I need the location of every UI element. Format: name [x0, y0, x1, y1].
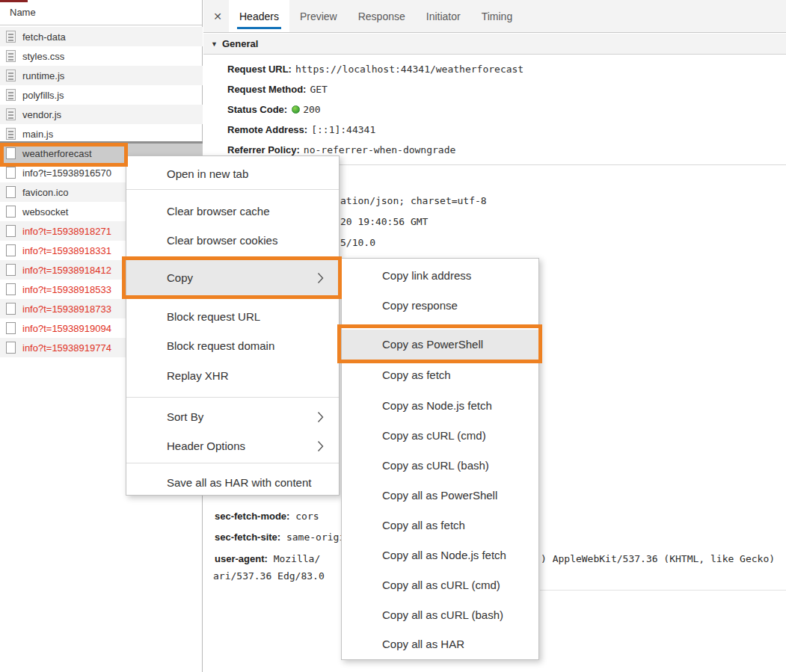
menu-item-open-in-new-tab[interactable]: Open in new tab [126, 160, 339, 188]
menu-item-copy-link-address[interactable]: Copy link address [342, 261, 538, 291]
document-icon [6, 31, 16, 43]
file-icon [6, 147, 16, 159]
menu-item-clear-browser-cookies[interactable]: Clear browser cookies [126, 226, 339, 255]
request-header-sec-fetch-site: sec-fetch-site: same-origin [215, 531, 351, 543]
chevron-down-icon: ▼ [211, 40, 218, 48]
request-header-sec-fetch-mode: sec-fetch-mode: cors [215, 511, 319, 522]
menu-divider [126, 189, 339, 190]
document-icon [6, 108, 16, 120]
file-icon [6, 244, 16, 256]
tab-headers[interactable]: Headers [229, 0, 289, 32]
menu-item-copy-as-nodejs-fetch[interactable]: Copy as Node.js fetch [342, 391, 538, 421]
general-row-referrer-policy: Referrer Policy:no-referrer-when-downgra… [227, 144, 455, 156]
request-row[interactable]: polyfills.js [0, 85, 203, 105]
menu-divider [126, 463, 339, 463]
request-row[interactable]: runtime.js [0, 66, 203, 85]
menu-divider [126, 397, 339, 398]
file-icon [6, 322, 16, 334]
status-ok-dot-icon [292, 105, 300, 114]
general-section-header[interactable]: ▼ General [203, 34, 786, 55]
tab-preview[interactable]: Preview [289, 0, 348, 32]
context-menu: Open in new tab Clear browser cache Clea… [126, 155, 340, 496]
copy-submenu: Copy link address Copy response Copy as … [341, 258, 539, 660]
general-row-request-method: Request Method:GET [227, 84, 328, 96]
tab-timing[interactable]: Timing [471, 0, 524, 32]
file-icon [6, 206, 16, 218]
general-row-request-url: Request URL:https://localhost:44341/weat… [227, 64, 524, 75]
details-tab-bar: ✕ Headers Preview Response Initiator Tim… [203, 0, 786, 33]
general-row-status-code: Status Code:200 [227, 104, 321, 116]
chevron-right-icon [317, 440, 324, 452]
devtools-network-panel: Name fetch-data styles.css runtime.js po… [0, 0, 786, 672]
user-agent-fragment-right: ) AppleWebKit/537.36 (KHTML, like Gecko) [541, 553, 775, 564]
response-header-date-fragment: 20 19:40:56 GMT [340, 216, 428, 227]
file-icon [6, 303, 16, 315]
menu-item-block-request-url[interactable]: Block request URL [126, 303, 339, 331]
menu-item-copy-as-powershell[interactable]: Copy as PowerShell [342, 330, 538, 360]
tab-initiator[interactable]: Initiator [416, 0, 471, 32]
menu-item-copy[interactable]: Copy [126, 259, 339, 298]
tab-response[interactable]: Response [348, 0, 416, 32]
request-row[interactable]: fetch-data [0, 27, 203, 46]
menu-item-copy-all-as-har[interactable]: Copy all as HAR [342, 629, 538, 659]
menu-item-copy-all-as-powershell[interactable]: Copy all as PowerShell [342, 481, 538, 511]
request-header-user-agent: user-agent: Mozilla/ [215, 553, 320, 564]
menu-item-replay-xhr[interactable]: Replay XHR [126, 362, 339, 390]
menu-item-copy-all-as-curl-bash[interactable]: Copy all as cURL (bash) [342, 600, 538, 630]
response-header-content-type-fragment: ation/json; charset=utf-8 [340, 195, 487, 206]
record-indicator-fragment [0, 0, 28, 2]
menu-item-copy-response[interactable]: Copy response [342, 291, 538, 321]
file-icon [6, 225, 16, 237]
response-header-server-fragment: 5/10.0 [340, 237, 375, 248]
file-icon [6, 283, 16, 295]
document-icon [6, 89, 16, 101]
menu-item-copy-all-as-curl-cmd[interactable]: Copy all as cURL (cmd) [342, 570, 538, 600]
menu-item-sort-by[interactable]: Sort By [126, 403, 339, 431]
menu-item-save-all-as-har[interactable]: Save all as HAR with content [126, 469, 339, 497]
file-icon [6, 167, 16, 179]
file-icon [6, 264, 16, 276]
menu-item-block-request-domain[interactable]: Block request domain [126, 332, 339, 360]
menu-item-copy-as-curl-bash[interactable]: Copy as cURL (bash) [342, 451, 538, 481]
chevron-right-icon [317, 272, 324, 284]
list-scroll-divider [0, 141, 203, 144]
menu-item-copy-all-as-fetch[interactable]: Copy all as fetch [342, 511, 538, 540]
menu-item-header-options[interactable]: Header Options [126, 432, 339, 460]
file-icon [6, 186, 16, 198]
user-agent-fragment-wrap: ari/537.36 Edg/83.0 [213, 570, 325, 582]
section-divider [540, 590, 786, 591]
file-icon [6, 342, 16, 354]
request-row[interactable]: styles.css [0, 46, 203, 66]
document-icon [6, 70, 16, 81]
request-row[interactable]: vendor.js [0, 105, 203, 124]
menu-item-copy-all-as-nodejs-fetch[interactable]: Copy all as Node.js fetch [342, 540, 538, 570]
general-row-remote-address: Remote Address:[::1]:44341 [227, 124, 375, 136]
close-icon[interactable]: ✕ [206, 0, 229, 32]
menu-item-copy-as-curl-cmd[interactable]: Copy as cURL (cmd) [342, 421, 538, 451]
menu-item-copy-as-fetch[interactable]: Copy as fetch [342, 360, 538, 390]
document-icon [6, 50, 16, 62]
menu-item-clear-browser-cache[interactable]: Clear browser cache [126, 197, 339, 226]
name-column-header: Name [0, 0, 202, 25]
document-icon [6, 128, 16, 140]
chevron-right-icon [317, 411, 324, 423]
